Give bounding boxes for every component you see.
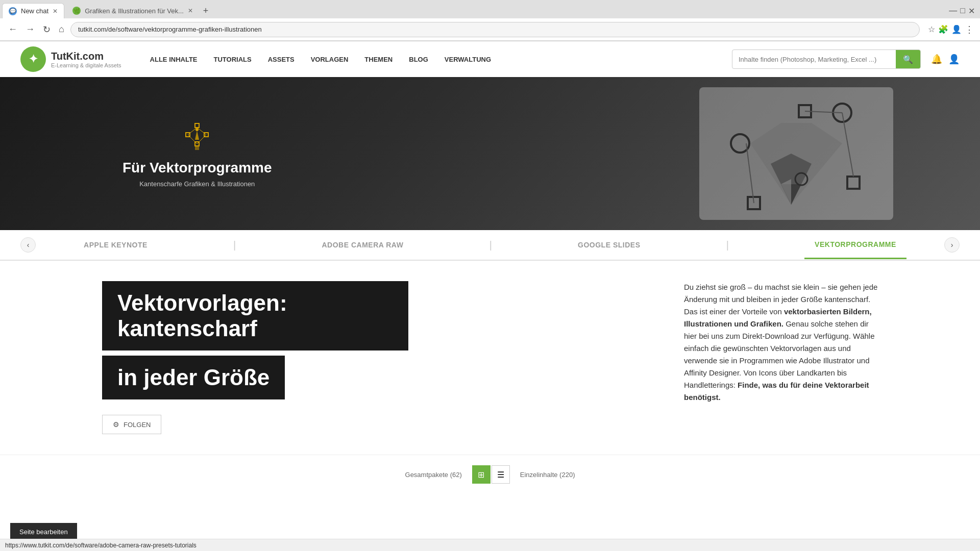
headline-box-2: in jeder Größe [102, 356, 285, 399]
headline-2: in jeder Größe [117, 365, 270, 390]
browser-chrome: 💬 New chat ✕ 🌿 Grafiken & Illustrationen… [0, 0, 980, 41]
svg-point-9 [195, 128, 199, 131]
logo-area[interactable]: ✦ TutKit.com E-Learning & digitale Asset… [20, 46, 121, 72]
tab-nav-items: APPLE KEYNOTE | ADOBE CAMERA RAW | GOOGL… [36, 231, 944, 259]
hero-title: Für Vektorprogramme [122, 160, 272, 176]
status-bar: https://www.tutkit.com/de/software/adobe… [0, 539, 980, 551]
headline-1: Vektorvorlagen: kantenscharf [117, 290, 393, 341]
description-text: Du ziehst sie groß – du machst sie klein… [684, 281, 878, 404]
refresh-button[interactable]: ↻ [41, 22, 53, 37]
category-tab-nav: ‹ APPLE KEYNOTE | ADOBE CAMERA RAW | GOO… [0, 230, 980, 261]
headline-box-1: Vektorvorlagen: kantenscharf [102, 281, 408, 350]
tab-close-site[interactable]: ✕ [188, 7, 193, 14]
menu-icon[interactable]: ⋮ [965, 24, 974, 35]
tab-separator-3: | [726, 239, 729, 251]
inactive-tab[interactable]: 🌿 Grafiken & Illustrationen für Vek... ✕ [66, 3, 199, 18]
tab-label-site: Grafiken & Illustrationen für Vek... [85, 7, 184, 15]
hero-image [623, 77, 929, 230]
logo-title: TutKit.com [51, 51, 121, 62]
logo-text: TutKit.com E-Learning & digitale Assets [51, 51, 121, 68]
nav-themen[interactable]: THEMEN [356, 52, 401, 67]
nav-alle-inhalte[interactable]: ALLE INHALTE [142, 52, 206, 67]
follow-button[interactable]: ⚙ FOLGEN [102, 415, 161, 434]
tab-favicon-chat: 💬 [9, 7, 17, 15]
edit-page-button[interactable]: Seite bearbeiten [10, 523, 77, 541]
search-area: 🔍 🔔 👤 [732, 49, 960, 69]
grid-view-button[interactable]: ⊞ [472, 465, 491, 484]
list-view-button[interactable]: ☰ [492, 465, 510, 484]
restore-button[interactable]: □ [960, 6, 965, 15]
active-tab[interactable]: 💬 New chat ✕ [2, 3, 64, 18]
logo-subtitle: E-Learning & digitale Assets [51, 62, 121, 68]
site-search-input[interactable] [732, 56, 896, 63]
tab-label-chat: New chat [21, 7, 48, 15]
close-button[interactable]: ✕ [968, 6, 975, 16]
hero-icon [122, 119, 272, 155]
status-url: https://www.tutkit.com/de/software/adobe… [5, 542, 197, 549]
logo-letter: ✦ [29, 53, 38, 66]
bottom-bar: Gesamtpakete (62) ⊞ ☰ Einzelinhalte (220… [0, 455, 980, 494]
nav-links: ALLE INHALTE TUTORIALS ASSETS VORLAGEN T… [142, 52, 499, 67]
tab-separator-1: | [233, 239, 236, 251]
bookmark-icon[interactable]: ☆ [928, 24, 935, 34]
forward-button[interactable]: → [23, 22, 37, 37]
view-toggle: ⊞ ☰ [472, 465, 510, 484]
content-right: Du ziehst sie groß – du machst sie klein… [684, 281, 878, 404]
nav-tutorials[interactable]: TUTORIALS [206, 52, 260, 67]
address-input[interactable] [70, 22, 920, 37]
tab-bar: 💬 New chat ✕ 🌿 Grafiken & Illustrationen… [0, 0, 980, 18]
hero-content: Für Vektorprogramme Kantenscharfe Grafik… [122, 119, 272, 188]
content-left: Vektorvorlagen: kantenscharf in jeder Gr… [102, 281, 653, 434]
tab-favicon-site: 🌿 [72, 7, 81, 15]
svg-marker-8 [195, 131, 199, 140]
tab-adobe-camera-raw[interactable]: ADOBE CAMERA RAW [312, 232, 414, 258]
nav-blog[interactable]: BLOG [401, 52, 436, 67]
nav-assets[interactable]: ASSETS [260, 52, 303, 67]
tab-next-button[interactable]: › [944, 237, 960, 253]
notification-icon[interactable]: 🔔 [931, 54, 942, 65]
tab-separator-2: | [489, 239, 492, 251]
site-search-box: 🔍 [732, 49, 921, 69]
profile-icon[interactable]: 👤 [951, 24, 962, 34]
packages-label: Gesamtpakete (62) [405, 471, 462, 479]
new-tab-button[interactable]: + [199, 6, 213, 16]
singles-label: Einzelinhalte (220) [520, 471, 575, 479]
hero-subtitle: Kantenscharfe Grafiken & Illustrationen [122, 180, 272, 188]
tab-google-slides[interactable]: GOOGLE SLIDES [568, 232, 650, 258]
nav-verwaltung[interactable]: VERWALTUNG [436, 52, 499, 67]
nav-icons: 🔔 👤 [931, 54, 960, 65]
site-search-button[interactable]: 🔍 [896, 50, 920, 68]
tab-vektorprogramme[interactable]: VEKTORPROGRAMME [804, 231, 906, 259]
user-icon[interactable]: 👤 [948, 54, 960, 65]
desc-part2: Genau solche stehen dir hier bei uns zum… [684, 319, 875, 389]
logo-circle: ✦ [20, 46, 46, 72]
svg-rect-0 [195, 123, 199, 128]
home-button[interactable]: ⌂ [57, 22, 66, 37]
browser-actions: ☆ 🧩 👤 ⋮ [928, 24, 974, 35]
hero-section: Für Vektorprogramme Kantenscharfe Grafik… [0, 77, 980, 230]
address-bar: ← → ↻ ⌂ ☆ 🧩 👤 ⋮ [0, 18, 980, 41]
svg-line-5 [197, 128, 206, 135]
svg-rect-10 [195, 146, 199, 150]
tab-apple-keynote[interactable]: APPLE KEYNOTE [74, 232, 158, 258]
extensions-icon[interactable]: 🧩 [938, 24, 948, 34]
site-navigation: ✦ TutKit.com E-Learning & digitale Asset… [0, 41, 980, 77]
tab-close-chat[interactable]: ✕ [53, 8, 58, 15]
tab-prev-button[interactable]: ‹ [20, 237, 36, 253]
back-button[interactable]: ← [6, 22, 19, 37]
svg-line-4 [188, 128, 197, 135]
minimize-button[interactable]: — [949, 6, 957, 15]
nav-vorlagen[interactable]: VORLAGEN [303, 52, 357, 67]
follow-label: FOLGEN [124, 421, 151, 429]
main-content: Vektorvorlagen: kantenscharf in jeder Gr… [0, 261, 980, 455]
follow-icon: ⚙ [113, 420, 119, 429]
tab-controls: — □ ✕ [949, 6, 980, 16]
